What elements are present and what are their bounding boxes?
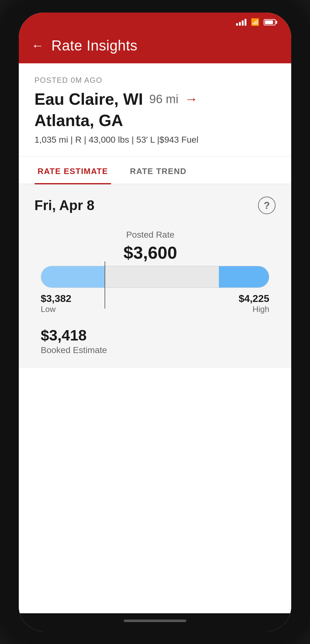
- rate-bar: [41, 266, 269, 288]
- home-bar: [124, 620, 186, 622]
- bar-low-segment: [41, 266, 105, 288]
- low-label: Low: [41, 304, 71, 314]
- posted-rate-label: Posted Rate: [31, 230, 269, 240]
- high-label: High: [239, 304, 269, 314]
- date-row: Fri, Apr 8 ?: [34, 197, 276, 214]
- destination-city: Atlanta, GA: [34, 111, 276, 130]
- back-button[interactable]: ←: [31, 39, 44, 52]
- rate-viz-container: Posted Rate $3,600 $3,382 Low: [34, 230, 276, 355]
- range-high: $4,225 High: [239, 293, 269, 314]
- load-info: POSTED 0M AGO Eau Claire, WI 96 mi → Atl…: [19, 63, 291, 156]
- load-details: 1,035 mi | R | 43,000 lbs | 53′ L |$943 …: [34, 135, 276, 145]
- bar-mid-segment: [105, 266, 219, 288]
- route-origin: Eau Claire, WI 96 mi →: [34, 90, 276, 108]
- route-arrow-icon: →: [185, 92, 198, 107]
- posted-rate-tick: [105, 261, 105, 309]
- page-title: Rate Insights: [51, 37, 137, 54]
- tabs-container: RATE ESTIMATE RATE TREND: [19, 156, 291, 184]
- home-indicator: [19, 613, 291, 631]
- origin-distance: 96 mi: [149, 92, 178, 106]
- rate-bar-wrapper: [41, 266, 269, 288]
- tab-rate-estimate[interactable]: RATE ESTIMATE: [34, 156, 111, 184]
- status-bar: 📶: [19, 13, 291, 29]
- help-icon[interactable]: ?: [258, 197, 276, 214]
- estimate-date: Fri, Apr 8: [34, 198, 95, 213]
- low-value: $3,382: [41, 293, 71, 304]
- booked-label: Booked Estimate: [41, 345, 269, 355]
- phone-screen: 📶 ← Rate Insights POSTED 0M AGO Eau Clai…: [19, 13, 291, 631]
- origin-city: Eau Claire, WI: [34, 90, 143, 108]
- range-low: $3,382 Low: [41, 293, 71, 314]
- bar-high-segment: [219, 266, 269, 288]
- booked-estimate: $3,418 Booked Estimate: [41, 327, 269, 355]
- content-area: POSTED 0M AGO Eau Claire, WI 96 mi → Atl…: [19, 63, 291, 613]
- signal-icon: [236, 19, 246, 26]
- battery-icon: [264, 19, 276, 25]
- tab-rate-trend[interactable]: RATE TREND: [127, 156, 190, 184]
- wifi-icon: 📶: [251, 18, 259, 26]
- posted-rate-value: $3,600: [31, 242, 269, 263]
- rate-estimate-section: Fri, Apr 8 ? Posted Rate $3,600: [19, 184, 291, 368]
- high-value: $4,225: [239, 293, 269, 304]
- posted-time: POSTED 0M AGO: [34, 76, 276, 85]
- status-icons: 📶: [236, 18, 276, 26]
- phone-frame: 📶 ← Rate Insights POSTED 0M AGO Eau Clai…: [0, 0, 310, 644]
- app-header: ← Rate Insights: [19, 29, 291, 63]
- booked-value: $3,418: [41, 327, 269, 344]
- range-labels: $3,382 Low $4,225 High: [41, 293, 269, 314]
